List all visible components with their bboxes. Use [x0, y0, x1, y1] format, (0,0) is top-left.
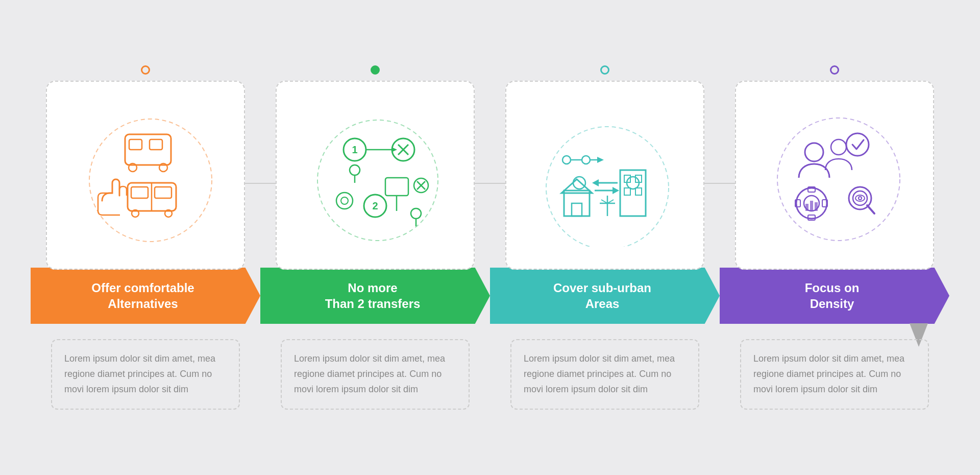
card-suburban — [505, 81, 704, 270]
svg-point-49 — [573, 177, 585, 189]
desc-item-3: Lorem ipsum dolor sit dim amet, mea regi… — [490, 339, 720, 409]
svg-point-72 — [855, 195, 865, 201]
infographic: 1 — [31, 65, 949, 409]
svg-text:2: 2 — [372, 200, 378, 211]
desc-text-3: Lorem ipsum dolor sit dim amet, mea regi… — [524, 351, 686, 397]
desc-item-1: Lorem ipsum dolor sit dim amet, mea regi… — [31, 339, 260, 409]
arrow-label-1: Offer comfortable Alternatives — [81, 280, 209, 312]
arrow-density: Focus on Density — [720, 268, 949, 324]
svg-rect-68 — [815, 202, 818, 211]
dot-3 — [600, 65, 609, 75]
arrow-transfers: No more Than 2 transfers — [260, 268, 490, 324]
desc-text-2: Lorem ipsum dolor sit dim amet, mea regi… — [294, 351, 456, 397]
svg-marker-37 — [612, 187, 619, 194]
arrow-alternatives: Offer comfortable Alternatives — [31, 268, 260, 324]
svg-point-11 — [89, 119, 212, 242]
card-wrapper-4 — [720, 65, 949, 270]
svg-rect-8 — [155, 187, 172, 198]
card-wrapper-2: 1 — [260, 65, 490, 270]
cards-row: 1 — [31, 65, 949, 270]
svg-marker-55 — [597, 157, 604, 163]
svg-rect-67 — [810, 201, 813, 211]
svg-point-73 — [859, 197, 862, 200]
icon-transfers: 1 — [304, 104, 447, 247]
icon-density — [763, 104, 906, 247]
desc-box-2: Lorem ipsum dolor sit dim amet, mea regi… — [281, 339, 470, 409]
svg-point-53 — [582, 156, 590, 164]
desc-box-4: Lorem ipsum dolor sit dim amet, mea regi… — [740, 339, 929, 409]
svg-point-32 — [317, 120, 438, 241]
svg-rect-35 — [572, 203, 582, 216]
svg-text:1: 1 — [352, 144, 357, 155]
dot-2 — [371, 65, 380, 75]
arrow-label-3: Cover sub-urban Areas — [543, 280, 667, 312]
arrow-suburban: Cover sub-urban Areas — [490, 268, 720, 324]
svg-point-51 — [562, 156, 571, 164]
card-wrapper-3 — [490, 65, 720, 270]
svg-point-30 — [411, 208, 421, 219]
svg-rect-44 — [635, 188, 642, 195]
desc-text-1: Lorem ipsum dolor sit dim amet, mea regi… — [64, 351, 227, 397]
card-density — [735, 81, 934, 270]
desc-item-4: Lorem ipsum dolor sit dim amet, mea regi… — [720, 339, 949, 409]
arrows-row: Offer comfortable Alternatives No more T… — [31, 268, 949, 324]
desc-box-1: Lorem ipsum dolor sit dim amet, mea regi… — [51, 339, 240, 409]
arrows-row-wrapper: Offer comfortable Alternatives No more T… — [31, 268, 949, 324]
card-wrapper-1 — [31, 65, 260, 270]
dot-4 — [830, 65, 839, 75]
svg-point-74 — [777, 118, 900, 241]
icon-suburban — [533, 104, 676, 247]
card-alternatives — [46, 81, 245, 270]
desc-row: Lorem ipsum dolor sit dim amet, mea regi… — [31, 339, 949, 409]
svg-marker-39 — [592, 179, 599, 186]
arrow-label-4: Focus on Density — [795, 280, 875, 312]
svg-point-19 — [350, 165, 360, 175]
svg-point-21 — [336, 193, 353, 209]
svg-rect-1 — [129, 139, 142, 150]
arrow-label-2: No more Than 2 transfers — [315, 280, 436, 312]
desc-box-3: Lorem ipsum dolor sit dim amet, mea regi… — [510, 339, 699, 409]
svg-point-57 — [805, 143, 823, 161]
svg-point-58 — [831, 139, 846, 155]
desc-item-2: Lorem ipsum dolor sit dim amet, mea regi… — [260, 339, 490, 409]
svg-rect-23 — [385, 178, 408, 196]
svg-rect-43 — [624, 188, 630, 195]
svg-rect-66 — [805, 204, 808, 211]
svg-point-22 — [341, 197, 348, 204]
icon-alternatives — [74, 104, 217, 247]
svg-rect-7 — [131, 187, 148, 198]
dot-1 — [141, 65, 150, 75]
svg-point-56 — [546, 127, 669, 247]
svg-marker-18 — [391, 147, 397, 152]
svg-point-59 — [846, 133, 869, 156]
desc-text-4: Lorem ipsum dolor sit dim amet, mea regi… — [753, 351, 916, 397]
card-transfers: 1 — [276, 81, 475, 270]
svg-line-71 — [867, 205, 874, 213]
svg-rect-2 — [150, 139, 162, 150]
